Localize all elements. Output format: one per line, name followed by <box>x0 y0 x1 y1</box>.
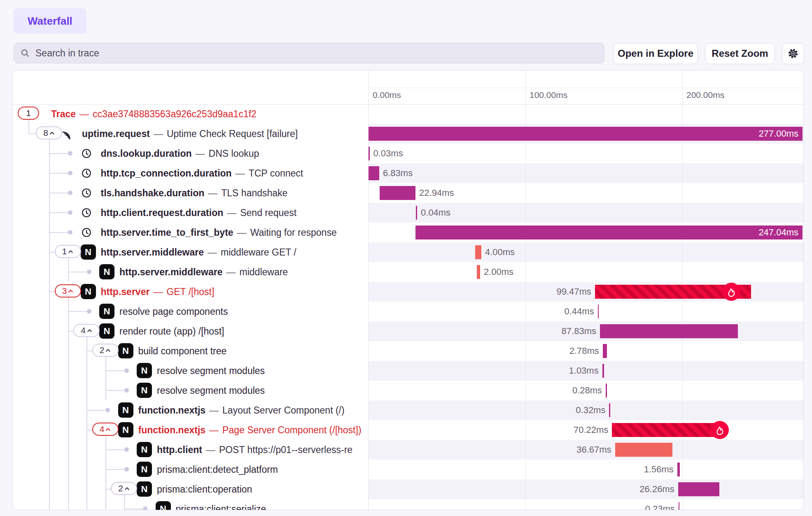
span-tree-row[interactable]: tls.handshake.duration—TLS handshake <box>13 183 368 203</box>
span-description: Waiting for response <box>250 227 337 238</box>
settings-button[interactable] <box>782 43 804 64</box>
timeline-row[interactable]: 0.04ms <box>369 203 804 223</box>
span-row-text: http.server—GET /[host] <box>101 282 369 302</box>
duration-clock-icon <box>81 227 92 240</box>
span-duration-label: 0.23ms <box>609 499 675 510</box>
span-duration-bar[interactable] <box>679 502 680 510</box>
timeline-row[interactable]: 2.78ms <box>369 341 804 361</box>
tree-node-dot <box>68 230 72 235</box>
tree-node-dot <box>124 467 129 472</box>
timeline-row[interactable]: 1.03ms <box>369 361 804 381</box>
span-separator: — <box>208 247 217 258</box>
timeline-row[interactable]: 0.03ms <box>369 144 804 163</box>
timeline-row[interactable]: 1.56ms <box>369 460 804 479</box>
expand-pill[interactable]: 4 <box>92 423 119 436</box>
expand-pill[interactable]: 1 <box>18 107 39 120</box>
expand-pill[interactable]: 3 <box>55 284 81 298</box>
tree-connector <box>68 272 89 272</box>
span-duration-bar[interactable] <box>615 443 673 457</box>
open-in-explore-button[interactable]: Open in Explore <box>613 43 698 64</box>
span-tree-row[interactable]: 1Nhttp.server.middleware—middleware GET … <box>13 242 368 262</box>
timeline-row[interactable]: 277.00ms <box>369 124 804 144</box>
span-duration-bar[interactable] <box>677 463 680 476</box>
span-tree-row[interactable]: 1Trace—cc3ae3748883563a926c253d9aa1c1f2 <box>13 104 368 124</box>
timeline-row[interactable] <box>369 104 804 124</box>
timeline-row[interactable]: 2.00ms <box>369 262 804 282</box>
span-tree-row[interactable]: http.tcp_connection.duration—TCP connect <box>13 163 368 183</box>
span-duration-bar[interactable] <box>609 403 610 417</box>
span-separator: — <box>209 425 219 436</box>
span-tree-row[interactable]: Nresolve segment modules <box>13 381 368 400</box>
span-description: Layout Server Component (/) <box>222 405 345 416</box>
span-tree-row[interactable]: 8uptime.request—Uptime Check Request [fa… <box>13 124 368 144</box>
span-tree-row[interactable]: Nresolve page components <box>13 302 368 321</box>
span-row-text: uptime.request—Uptime Check Request [fai… <box>82 124 368 144</box>
expand-pill-count: 4 <box>81 325 86 335</box>
timeline-row[interactable]: 0.23ms <box>369 499 804 510</box>
expand-pill[interactable]: 2 <box>111 482 137 495</box>
timeline-row[interactable]: 22.94ms <box>369 183 804 203</box>
span-separator: — <box>227 207 236 218</box>
span-tree-row[interactable]: dns.lookup.duration—DNS lookup <box>13 144 368 163</box>
span-tree-row[interactable]: Nresolve segment modules <box>13 361 368 381</box>
timeline-row[interactable]: 99.47ms <box>369 282 804 302</box>
span-duration-bar[interactable] <box>603 344 607 358</box>
expand-pill-count: 1 <box>62 246 67 256</box>
span-duration-bar[interactable] <box>612 423 722 437</box>
tree-guide-line <box>49 381 50 400</box>
span-duration-bar[interactable] <box>416 206 417 220</box>
span-duration-bar[interactable] <box>369 166 379 180</box>
timeline-row[interactable]: 87.83ms <box>369 321 804 341</box>
span-tree-row[interactable]: http.client.request.duration—Send reques… <box>13 203 368 223</box>
span-tree-row[interactable]: 4Nrender route (app) /[host] <box>13 321 368 341</box>
span-duration-bar[interactable] <box>600 324 738 338</box>
tree-guide-line <box>68 420 69 440</box>
expand-pill[interactable]: 4 <box>73 324 100 337</box>
tree-guide-line <box>68 298 69 302</box>
span-duration-bar[interactable] <box>369 146 370 160</box>
reset-zoom-button[interactable]: Reset Zoom <box>705 43 775 64</box>
tree-guide-line <box>49 440 50 460</box>
span-tree-row[interactable]: Nfunction.nextjs—Layout Server Component… <box>13 400 368 420</box>
timeline-row[interactable]: 70.22ms <box>369 420 804 440</box>
span-tree-row[interactable]: http.server.time_to_first_byte—Waiting f… <box>13 223 368 242</box>
span-duration-bar[interactable] <box>380 186 415 200</box>
expand-pill[interactable]: 8 <box>36 126 62 139</box>
tab-waterfall[interactable]: Waterfall <box>14 8 86 34</box>
timeline-row[interactable]: 0.28ms <box>369 381 804 400</box>
span-row-text: resolve segment modules <box>157 361 368 381</box>
expand-pill[interactable]: 1 <box>55 245 81 258</box>
tree-node-dot <box>87 270 91 274</box>
timeline-row[interactable]: 36.67ms <box>369 440 804 460</box>
span-tree-row[interactable]: 2Nbuild component tree <box>13 341 368 361</box>
span-duration-bar[interactable] <box>602 364 604 378</box>
span-duration-bar[interactable] <box>477 265 480 279</box>
tree-node-dot <box>105 408 110 412</box>
span-tree-row[interactable]: 2Nprisma:client:operation <box>13 479 368 499</box>
span-description: TCP connect <box>249 168 303 179</box>
span-duration-bar[interactable] <box>598 304 599 318</box>
span-op-name: prisma:client:detect_platform <box>157 464 278 475</box>
span-tree-row[interactable]: Nprisma:client:detect_platform <box>13 460 368 479</box>
search-input[interactable] <box>35 47 604 59</box>
search-box[interactable] <box>14 43 604 63</box>
span-tree-row[interactable]: 4Nfunction.nextjs—Page Server Component … <box>13 420 368 440</box>
span-tree-row[interactable]: Nhttp.client—POST https://p01--serverles… <box>13 440 368 460</box>
span-tree-row[interactable]: Nhttp.server.middleware—middleware <box>13 262 368 282</box>
span-duration-bar[interactable] <box>678 482 719 496</box>
span-duration-bar[interactable] <box>606 384 607 397</box>
span-tree-row[interactable]: 3Nhttp.server—GET /[host] <box>13 282 368 302</box>
span-duration-bar[interactable] <box>475 245 481 259</box>
timeline-row[interactable]: 0.44ms <box>369 302 804 321</box>
span-op-name: http.server.time_to_first_byte <box>101 227 233 238</box>
span-tree-row[interactable]: Nprisma:client:serialize <box>13 499 368 510</box>
timeline-row[interactable]: 0.32ms <box>369 400 804 420</box>
span-duration-label: 1.03ms <box>533 361 599 381</box>
timeline-row[interactable]: 4.00ms <box>369 242 804 262</box>
tree-connector <box>49 153 70 154</box>
expand-pill[interactable]: 2 <box>92 344 119 357</box>
nextjs-icon: N <box>118 402 133 418</box>
timeline-row[interactable]: 6.83ms <box>369 163 804 183</box>
timeline-row[interactable]: 247.04ms <box>369 223 804 242</box>
timeline-row[interactable]: 26.26ms <box>369 479 804 499</box>
